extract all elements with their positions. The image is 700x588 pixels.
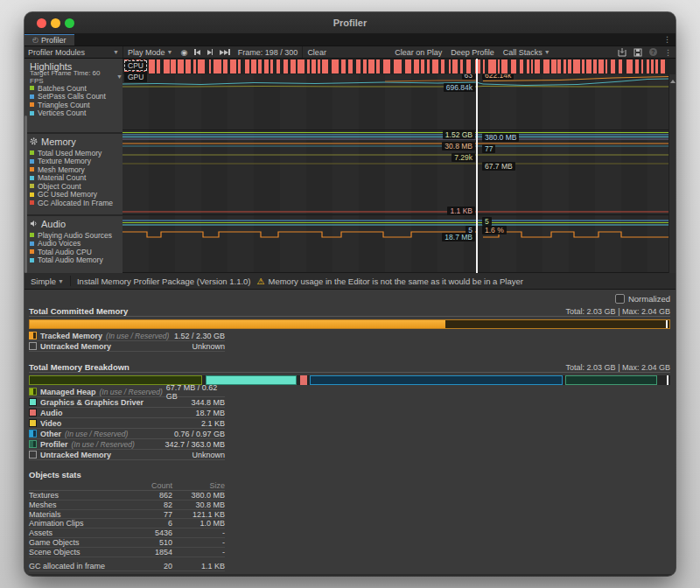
frame-bar[interactable]	[641, 60, 644, 74]
frame-bar[interactable]	[582, 60, 584, 74]
frame-bar[interactable]	[322, 60, 328, 74]
frame-bar[interactable]	[178, 60, 184, 74]
install-package-link[interactable]: Install Memory Profiler Package (Version…	[77, 276, 251, 286]
frame-bar[interactable]	[611, 60, 615, 74]
frame-bar[interactable]	[543, 60, 550, 74]
legend-item-audio-voices[interactable]: Audio Voices	[30, 240, 122, 248]
frame-bar[interactable]	[501, 60, 508, 74]
legend-row-managed-heap[interactable]: Managed Heap (In use / Reserved) 67.7 MB…	[29, 387, 225, 397]
frame-bar[interactable]	[383, 60, 390, 74]
chart-scrollbar[interactable]	[668, 74, 676, 273]
frame-bar[interactable]	[626, 60, 633, 74]
frame-bar[interactable]	[483, 60, 486, 74]
cpu-track-toggle[interactable]: CPU	[124, 60, 147, 71]
frame-bar[interactable]	[270, 60, 273, 74]
legend-item-mesh-memory[interactable]: Mesh Memory	[30, 165, 122, 174]
tab-context-menu-icon[interactable]: ⋮	[663, 34, 671, 46]
frame-bar[interactable]	[238, 60, 241, 74]
frame-bar[interactable]	[368, 60, 374, 74]
call-stacks-dropdown[interactable]: Call Stacks▼	[499, 46, 555, 58]
clear-on-play-toggle[interactable]: Clear on Play	[390, 46, 446, 58]
normalized-checkbox[interactable]	[615, 294, 625, 304]
legend-item-playing-audio-sources[interactable]: Playing Audio Sources	[30, 231, 122, 240]
frame-bar[interactable]	[619, 60, 622, 74]
frame-bar[interactable]	[276, 60, 280, 74]
frame-bar[interactable]	[186, 60, 191, 74]
frame-bar[interactable]	[593, 60, 598, 74]
legend-item-triangles-count[interactable]: Triangles Count	[30, 101, 122, 109]
toolbar-context-menu[interactable]: ⋮	[661, 46, 676, 58]
frame-bar[interactable]	[427, 60, 430, 74]
chart-area[interactable]: 63622.14k696.84k1.52 GB380.0 MB30.8 MB77…	[122, 59, 676, 273]
save-profile-button[interactable]	[630, 46, 646, 58]
frame-bar[interactable]	[586, 60, 592, 74]
frame-bar[interactable]	[564, 60, 565, 74]
frame-bar[interactable]	[193, 60, 196, 74]
frame-bar[interactable]	[531, 60, 534, 74]
frame-bar[interactable]	[432, 60, 438, 74]
tab-profiler[interactable]: ◴ Profiler	[24, 34, 74, 46]
frame-bar[interactable]	[376, 60, 380, 74]
frame-bar[interactable]	[171, 60, 175, 74]
clear-button[interactable]: Clear	[303, 46, 331, 58]
legend-row-untracked-memory[interactable]: Untracked Memory Unknown	[29, 341, 225, 352]
frame-bar[interactable]	[157, 60, 160, 74]
frame-bar[interactable]	[290, 60, 296, 74]
frame-bar[interactable]	[394, 60, 401, 74]
selected-frame-line[interactable]	[476, 59, 478, 273]
frame-bar[interactable]	[164, 60, 170, 74]
frame-bar[interactable]	[198, 60, 206, 74]
frame-bar[interactable]	[258, 60, 261, 74]
legend-row-untracked[interactable]: Untracked Memory Unknown	[29, 450, 225, 460]
frame-bar[interactable]	[341, 60, 346, 74]
title-bar[interactable]: Profiler	[24, 12, 676, 34]
sidebar-scrollbar[interactable]	[24, 116, 27, 273]
target-frame-time-dropdown[interactable]: Target Frame Time: 60 FPS▼	[30, 72, 122, 81]
frame-bar[interactable]	[466, 60, 471, 74]
legend-item-gc-allocated-in-frame[interactable]: GC Allocated In Frame	[30, 199, 122, 207]
frame-bar[interactable]	[230, 60, 236, 74]
frame-bar[interactable]	[223, 60, 228, 74]
frame-bar[interactable]	[332, 60, 340, 74]
frame-bar[interactable]	[511, 60, 517, 74]
frame-bar[interactable]	[598, 60, 603, 74]
legend-item-object-count[interactable]: Object Count	[30, 182, 122, 191]
legend-item-total-audio-memory[interactable]: Total Audio Memory	[30, 256, 122, 265]
frame-bar[interactable]	[421, 60, 424, 74]
frame-bar[interactable]	[551, 60, 556, 74]
frame-bar[interactable]	[318, 60, 319, 74]
previous-frame-button[interactable]	[191, 46, 204, 58]
legend-item-texture-memory[interactable]: Texture Memory	[30, 158, 122, 166]
gpu-track-toggle[interactable]: GPU	[124, 72, 147, 82]
frame-bar[interactable]	[149, 60, 154, 74]
legend-row-profiler[interactable]: Profiler (In use / Reserved) 342.7 / 363…	[29, 439, 225, 450]
frame-bar[interactable]	[307, 60, 310, 74]
zoom-window-icon[interactable]	[65, 18, 74, 28]
legend-item-batches-count[interactable]: Batches Count	[30, 84, 122, 93]
frame-bar[interactable]	[460, 60, 463, 74]
frame-timeline-strip[interactable]	[122, 59, 669, 74]
legend-row-video[interactable]: Video 2.1 KB	[29, 418, 225, 429]
play-mode-dropdown[interactable]: Play Mode▼	[123, 46, 177, 58]
frame-bar[interactable]	[449, 60, 451, 74]
profiler-modules-dropdown[interactable]: Profiler Modules▼	[24, 46, 123, 58]
frame-bar[interactable]	[573, 60, 580, 74]
frame-bar[interactable]	[414, 60, 419, 74]
view-mode-dropdown[interactable]: Simple▼	[31, 273, 64, 289]
frame-bar[interactable]	[535, 60, 540, 74]
legend-item-material-count[interactable]: Material Count	[30, 174, 122, 183]
minimize-window-icon[interactable]	[51, 18, 60, 28]
legend-row-audio[interactable]: Audio 18.7 MB	[29, 408, 225, 418]
frame-bar[interactable]	[647, 60, 649, 74]
frame-bar[interactable]	[527, 60, 529, 74]
legend-item-gc-used-memory[interactable]: GC Used Memory	[30, 191, 122, 200]
committed-memory-bar[interactable]	[29, 319, 670, 329]
frame-bar[interactable]	[606, 60, 607, 74]
frame-bar[interactable]	[363, 60, 367, 74]
frame-bar[interactable]	[651, 60, 654, 74]
frame-bar[interactable]	[452, 60, 458, 74]
legend-row-tracked-memory[interactable]: Tracked Memory (In use / Reserved) 1.52 …	[29, 331, 225, 341]
legend-item-setpass-calls-count[interactable]: SetPass Calls Count	[30, 93, 122, 102]
legend-row-graphics[interactable]: Graphics & Graphics Driver 344.8 MB	[29, 397, 225, 408]
legend-item-total-used-memory[interactable]: Total Used Memory	[30, 149, 122, 158]
